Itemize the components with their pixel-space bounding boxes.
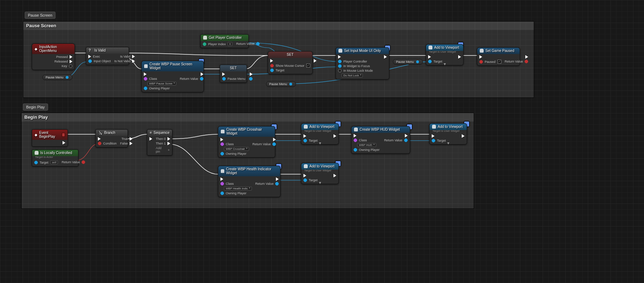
pin-exec-out[interactable] — [405, 134, 408, 137]
node-add-to-viewport-pause[interactable]: Add to Viewport Target is User Widget Ta… — [426, 44, 463, 65]
pin-exec-out[interactable] — [333, 134, 336, 138]
pin-target[interactable]: Target — [303, 178, 318, 182]
var-pause-menu-get-1[interactable]: Pause Menu — [42, 75, 72, 80]
pin-return-value[interactable]: Return Value — [236, 42, 260, 46]
pin-released[interactable]: Released — [54, 60, 72, 63]
node-create-health-indicator-widget[interactable]: Create WBP Health Indicator Widget Class… — [218, 166, 280, 197]
pin-target[interactable]: Target — [428, 60, 442, 63]
node-create-crosshair-widget[interactable]: Create WBP Crosshair Widget Class WBP Cr… — [218, 126, 275, 158]
pin-exec-in[interactable] — [98, 137, 117, 141]
pin-return-value[interactable]: Return Value — [505, 60, 528, 63]
blueprint-canvas[interactable]: Pause Screen Pause Screen ◆InputAction O… — [0, 0, 644, 283]
pin-true[interactable]: True — [122, 137, 132, 141]
pin-target[interactable]: Target — [270, 69, 310, 72]
node-is-valid[interactable]: ?Is Valid Exec Input Object Is Valid Is … — [86, 47, 129, 65]
tag-pause-screen[interactable]: Pause Screen — [25, 12, 55, 19]
node-create-hud-widget[interactable]: Create WBP HUD Widget Class WBP HUD Owni… — [351, 126, 410, 154]
pin-return-value[interactable]: Return Value — [384, 138, 408, 142]
pin-owning-player[interactable]: Owning Player — [220, 152, 249, 155]
pin-target[interactable]: Target — [432, 139, 446, 142]
class-dropdown[interactable]: WBP Pause Scree — [147, 82, 176, 86]
class-dropdown[interactable]: WBP Health Indic — [224, 187, 252, 190]
pin-exec-out[interactable] — [314, 59, 317, 63]
pin-key[interactable]: Key — [61, 64, 72, 68]
pin-exec-in[interactable] — [220, 177, 252, 181]
var-pause-menu-get-3[interactable]: Pause Menu — [393, 59, 423, 65]
node-sequence[interactable]: ≡Sequence Then 0 Then 1 Add pin＋ — [147, 129, 172, 155]
node-input-action-openmenu[interactable]: ◆InputAction OpenMenu Pressed Released K… — [32, 43, 75, 70]
pin-exec-out[interactable] — [525, 55, 528, 59]
pin-exec-out[interactable] — [384, 55, 387, 59]
pin-exec-out[interactable] — [273, 138, 276, 141]
pin-target[interactable]: Targetself — [34, 160, 58, 164]
pin-exec-out[interactable] — [462, 134, 465, 138]
pin-class[interactable]: Class — [144, 77, 176, 81]
node-get-player-controller[interactable]: Get Player Controller Player Index0 Retu… — [200, 34, 249, 48]
node-event-begin-play[interactable]: ◆Event BeginPlay — [32, 129, 68, 147]
pin-exec-out[interactable] — [201, 72, 203, 76]
node-set-pause-menu[interactable]: SET Pause Menu — [220, 65, 247, 83]
node-add-to-viewport-crosshair[interactable]: Add to Viewport Target is User Widget Ta… — [301, 123, 339, 145]
mouse-lock-dropdown[interactable]: Do Not Lock — [342, 73, 363, 77]
pin-return-value[interactable]: Return Value — [255, 182, 279, 185]
pin-exec-in[interactable] — [270, 59, 310, 63]
pin-exec-in[interactable] — [432, 134, 446, 138]
pin-class[interactable]: Class — [354, 138, 380, 142]
node-set-game-paused[interactable]: Set Game Paused Paused Return Value — [477, 47, 520, 66]
pin-pause-menu-in[interactable]: Pause Menu — [222, 77, 246, 81]
pin-exec-out[interactable] — [276, 177, 279, 181]
pin-mouse-lock-mode[interactable]: In Mouse Lock Mode — [338, 69, 373, 72]
pin-false[interactable]: False — [120, 142, 132, 145]
pin-exec-out[interactable] — [458, 55, 461, 59]
pin-player-index[interactable]: Player Index0 — [203, 42, 232, 46]
class-dropdown[interactable]: WBP Crosshair — [224, 147, 249, 151]
pin-condition[interactable]: Condition — [98, 142, 117, 145]
checkbox-show-cursor[interactable] — [306, 64, 310, 67]
pin-value-out[interactable] — [249, 77, 253, 81]
pin-exec-in[interactable] — [338, 55, 373, 59]
pin-player-controller[interactable]: Player Controller — [338, 60, 373, 63]
pin-is-valid[interactable]: Is Valid — [120, 55, 135, 58]
pin-pressed[interactable]: Pressed — [56, 55, 72, 59]
class-dropdown[interactable]: WBP HUD — [357, 143, 376, 147]
pin-exec-in[interactable] — [479, 55, 501, 59]
node-create-pause-screen-widget[interactable]: Create WBP Pause Screen Widget Class WBP… — [141, 61, 204, 92]
pin-input-object[interactable]: Input Object — [88, 59, 111, 63]
pin-return-value[interactable]: Return Value — [253, 142, 276, 146]
expand-chevron-icon[interactable]: ▾ — [442, 61, 447, 66]
pin-exec-in[interactable] — [354, 134, 380, 137]
pin-show-mouse-cursor[interactable]: Show Mouse Cursor — [270, 64, 310, 67]
pin-exec-in[interactable] — [303, 134, 318, 138]
pin-return-value[interactable]: Return Value — [61, 160, 85, 164]
pin-is-not-valid[interactable]: Is Not Valid — [114, 59, 135, 63]
pin-paused[interactable]: Paused — [479, 60, 501, 64]
pin-return-value[interactable]: Return Value — [180, 77, 203, 81]
pin-then-1[interactable]: Then 1 — [156, 142, 170, 145]
pin-exec-out[interactable] — [250, 72, 253, 76]
pin-then-0[interactable]: Then 0 — [156, 137, 170, 141]
expand-chevron-icon[interactable]: ▾ — [318, 141, 323, 146]
node-add-to-viewport-hud[interactable]: Add to Viewport Target is User Widget Ta… — [429, 123, 467, 145]
pin-exec-in[interactable] — [222, 72, 246, 76]
pin-owning-player[interactable]: Owning Player — [354, 148, 380, 152]
pin-exec-in[interactable] — [144, 72, 176, 76]
pin-exec-out[interactable] — [333, 174, 336, 177]
pin-owning-player[interactable]: Owning Player — [144, 87, 176, 90]
expand-chevron-icon[interactable]: ▾ — [446, 141, 451, 146]
pin-class[interactable]: Class — [220, 182, 252, 185]
pin-exec-out[interactable] — [63, 141, 65, 145]
checkbox-paused[interactable] — [497, 60, 501, 64]
pin-owning-player[interactable]: Owning Player — [220, 191, 252, 195]
pin-target[interactable]: Target — [303, 139, 318, 142]
node-branch[interactable]: ⎇Branch Condition True False — [95, 129, 128, 147]
node-add-to-viewport-health[interactable]: Add to Viewport Target is User Widget Ta… — [301, 163, 339, 184]
add-pin-button[interactable]: Add pin＋ — [156, 146, 170, 153]
pin-exec-in[interactable] — [303, 174, 318, 177]
node-set-input-mode-ui-only[interactable]: Set Input Mode UI Only Player Controller… — [336, 47, 389, 79]
pin-exec-in[interactable] — [149, 137, 152, 141]
node-set-show-mouse-cursor[interactable]: SET Show Mouse Cursor Target — [268, 51, 313, 74]
pin-exec-in[interactable] — [428, 55, 442, 59]
pin-widget-to-focus[interactable]: In Widget to Focus — [338, 64, 373, 68]
var-pause-menu-get-2[interactable]: Pause Menu — [266, 81, 296, 87]
expand-chevron-icon[interactable]: ▾ — [318, 180, 323, 185]
